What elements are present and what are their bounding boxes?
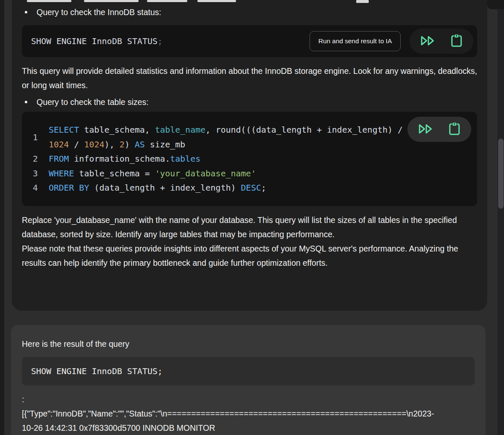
- result-message-card: Here is the result of the query SHOW ENG…: [11, 325, 486, 435]
- code-actions-pill: [407, 117, 471, 142]
- line-number: 3: [22, 168, 49, 178]
- result-heading: Here is the result of the query: [22, 338, 475, 349]
- copy-button[interactable]: [448, 122, 461, 137]
- clipped-text-fragment: [356, 0, 369, 3]
- clipboard-icon: [450, 34, 463, 49]
- code-row: 1024 / 1024), 2) AS size_mb: [49, 137, 403, 152]
- top-right-corner: [487, 0, 504, 9]
- bullet-dot: [25, 101, 27, 103]
- clipped-text-fragment: [84, 0, 139, 2]
- paragraph-innodb-explanation: This query will provide detailed statist…: [22, 64, 477, 92]
- run-query-button[interactable]: [420, 35, 435, 47]
- run-query-button[interactable]: [418, 123, 433, 136]
- bullet-dot: [25, 11, 27, 13]
- paragraph-replace-instruction: Replace 'your_database_name' with the na…: [22, 213, 477, 241]
- bullet-item-label: Query to check the table sizes:: [37, 96, 149, 108]
- scrollbar-track[interactable]: [498, 0, 504, 435]
- query-result-output: [{"Type":"InnoDB","Name":"","Status":"\n…: [22, 406, 475, 435]
- window-left-edge: [0, 0, 4, 435]
- bullet-item-table-sizes: Query to check the table sizes:: [22, 96, 477, 108]
- code-row: SELECT table_schema, table_name, round((…: [49, 123, 403, 137]
- clipped-text-fragment: [27, 0, 71, 2]
- code-block-result-query: SHOW ENGINE InnoDB STATUS;: [22, 357, 475, 385]
- fast-forward-icon: [418, 123, 433, 136]
- bullet-item-label: Query to check the InnoDB status:: [37, 6, 161, 18]
- code-row: ORDER BY (data_length + index_length) DE…: [49, 181, 266, 195]
- code-block-table-sizes: 1SELECT table_schema, table_name, round(…: [22, 112, 477, 206]
- code-row: FROM information_schema.tables: [49, 152, 200, 166]
- code-row: SHOW ENGINE InnoDB STATUS;: [31, 34, 163, 49]
- scrollbar-thumb[interactable]: [498, 139, 504, 209]
- result-line: 10-26 14:42:31 0x7f83300d5700 INNODB MON…: [22, 421, 475, 435]
- result-line: [{"Type":"InnoDB","Name":"","Status":"\n…: [22, 406, 475, 421]
- line-number: 4: [22, 183, 49, 193]
- code-row: WHERE table_schema = 'your_database_name…: [49, 166, 256, 181]
- run-and-send-button[interactable]: Run and send result to IA: [310, 31, 401, 51]
- code-actions-pill: [410, 29, 473, 54]
- code-row: SHOW ENGINE InnoDB STATUS;: [31, 364, 163, 379]
- clipped-text-fragment: [147, 0, 187, 2]
- fast-forward-icon: [420, 35, 435, 47]
- copy-button[interactable]: [450, 34, 463, 49]
- assistant-message-card: Query to check the InnoDB status: Run an…: [12, 0, 487, 311]
- result-colon: :: [22, 393, 475, 406]
- code-block-show-engine: Run and send result to IA SHOW ENGINE In…: [22, 25, 477, 57]
- clipped-text-fragment: [197, 0, 236, 2]
- line-number: 2: [22, 154, 49, 164]
- clipboard-icon: [448, 122, 461, 137]
- bullet-item-innodb-status: Query to check the InnoDB status:: [22, 6, 477, 18]
- line-number: 1: [22, 132, 49, 142]
- paragraph-note: Please note that these queries provide i…: [22, 241, 477, 270]
